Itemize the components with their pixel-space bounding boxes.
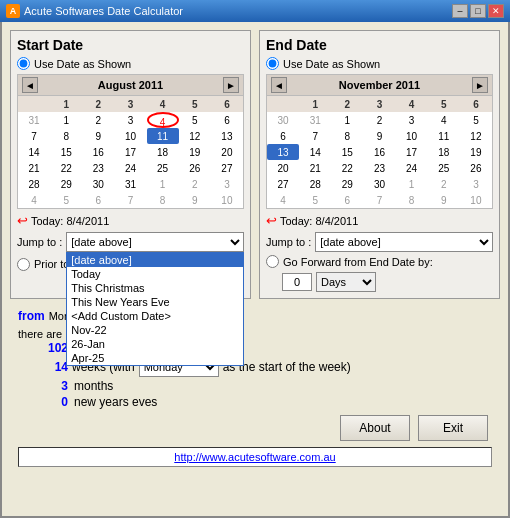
start-cell[interactable]: 23	[82, 160, 114, 176]
start-dropdown-nov22[interactable]: Nov-22	[67, 323, 243, 337]
close-button[interactable]: ✕	[488, 4, 504, 18]
end-cell[interactable]: 27	[267, 176, 299, 192]
start-cell[interactable]: 10	[211, 192, 243, 208]
start-cell[interactable]: 20	[211, 144, 243, 160]
end-cell[interactable]: 7	[363, 192, 395, 208]
start-cell[interactable]: 6	[82, 192, 114, 208]
url-bar[interactable]: http://www.acutesoftware.com.au	[18, 447, 492, 467]
end-next-month-button[interactable]: ►	[472, 77, 488, 93]
end-cell[interactable]: 15	[331, 144, 363, 160]
end-cell[interactable]: 3	[460, 176, 492, 192]
end-cell-13[interactable]: 13	[267, 144, 299, 160]
end-cell[interactable]: 1	[331, 112, 363, 128]
end-use-date-radio[interactable]	[266, 57, 279, 70]
end-cell[interactable]: 6	[331, 192, 363, 208]
end-cell[interactable]: 21	[299, 160, 331, 176]
start-cell[interactable]: 29	[50, 176, 82, 192]
start-cell[interactable]: 6	[211, 112, 243, 128]
end-cell[interactable]: 30	[267, 112, 299, 128]
about-button[interactable]: About	[340, 415, 410, 441]
start-cell[interactable]: 10	[114, 128, 146, 144]
start-cell[interactable]: 4	[18, 192, 50, 208]
end-prev-month-button[interactable]: ◄	[271, 77, 287, 93]
start-jump-select[interactable]: [date above]	[66, 232, 244, 252]
start-cell-4[interactable]: 4	[147, 112, 179, 128]
start-cell[interactable]: 1	[147, 176, 179, 192]
start-cell[interactable]: 27	[211, 160, 243, 176]
start-prior-radio[interactable]	[17, 258, 30, 271]
start-cell[interactable]: 31	[18, 112, 50, 128]
start-cell[interactable]: 5	[50, 192, 82, 208]
start-dropdown-add-custom[interactable]: <Add Custom Date>	[67, 309, 243, 323]
start-cell[interactable]: 26	[179, 160, 211, 176]
start-cell[interactable]: 2	[82, 112, 114, 128]
start-cell[interactable]: 3	[211, 176, 243, 192]
start-cell[interactable]: 31	[114, 176, 146, 192]
end-cell[interactable]: 9	[363, 128, 395, 144]
start-cell[interactable]: 7	[18, 128, 50, 144]
minimize-button[interactable]: –	[452, 4, 468, 18]
end-cell[interactable]: 28	[299, 176, 331, 192]
end-cell[interactable]: 3	[396, 112, 428, 128]
start-cell[interactable]: 15	[50, 144, 82, 160]
start-cell[interactable]: 18	[147, 144, 179, 160]
start-cell[interactable]: 1	[50, 112, 82, 128]
end-cell[interactable]: 30	[363, 176, 395, 192]
start-dropdown-christmas[interactable]: This Christmas	[67, 281, 243, 295]
start-cell[interactable]: 30	[82, 176, 114, 192]
start-cell[interactable]: 25	[147, 160, 179, 176]
start-cell[interactable]: 12	[179, 128, 211, 144]
start-cell[interactable]: 21	[18, 160, 50, 176]
end-cell[interactable]: 17	[396, 144, 428, 160]
end-cell[interactable]: 2	[428, 176, 460, 192]
end-cell[interactable]: 10	[396, 128, 428, 144]
end-cell[interactable]: 10	[460, 192, 492, 208]
end-cell[interactable]: 8	[331, 128, 363, 144]
end-days-input[interactable]	[282, 273, 312, 291]
maximize-button[interactable]: □	[470, 4, 486, 18]
end-cell[interactable]: 11	[428, 128, 460, 144]
end-cell[interactable]: 29	[331, 176, 363, 192]
start-cell[interactable]: 9	[179, 192, 211, 208]
end-cell[interactable]: 6	[267, 128, 299, 144]
end-cell[interactable]: 5	[299, 192, 331, 208]
start-cell[interactable]: 16	[82, 144, 114, 160]
end-cell[interactable]: 4	[428, 112, 460, 128]
end-go-forward-radio[interactable]	[266, 255, 279, 268]
end-cell[interactable]: 14	[299, 144, 331, 160]
end-today-icon[interactable]: ↩	[266, 213, 277, 228]
start-cell[interactable]: 3	[114, 112, 146, 128]
start-cell[interactable]: 7	[114, 192, 146, 208]
start-use-date-radio[interactable]	[17, 57, 30, 70]
end-cell[interactable]: 25	[428, 160, 460, 176]
start-cell[interactable]: 8	[50, 128, 82, 144]
end-cell[interactable]: 12	[460, 128, 492, 144]
start-cell[interactable]: 13	[211, 128, 243, 144]
start-dropdown-date-above[interactable]: [date above]	[67, 253, 243, 267]
start-cell[interactable]: 14	[18, 144, 50, 160]
end-days-select[interactable]: Days Weeks Months Years	[316, 272, 376, 292]
start-cell-11[interactable]: 11	[147, 128, 179, 144]
start-cell[interactable]: 2	[179, 176, 211, 192]
end-cell[interactable]: 1	[396, 176, 428, 192]
start-dropdown-nye[interactable]: This New Years Eve	[67, 295, 243, 309]
end-cell[interactable]: 23	[363, 160, 395, 176]
end-cell[interactable]: 2	[363, 112, 395, 128]
end-cell[interactable]: 24	[396, 160, 428, 176]
start-cell[interactable]: 28	[18, 176, 50, 192]
end-cell[interactable]: 19	[460, 144, 492, 160]
start-dropdown-26jan[interactable]: 26-Jan	[67, 337, 243, 351]
end-cell[interactable]: 8	[396, 192, 428, 208]
end-cell[interactable]: 9	[428, 192, 460, 208]
end-cell[interactable]: 7	[299, 128, 331, 144]
start-next-month-button[interactable]: ►	[223, 77, 239, 93]
start-cell[interactable]: 19	[179, 144, 211, 160]
end-jump-select[interactable]: [date above]	[315, 232, 493, 252]
start-prev-month-button[interactable]: ◄	[22, 77, 38, 93]
start-cell[interactable]: 24	[114, 160, 146, 176]
end-cell[interactable]: 4	[267, 192, 299, 208]
start-dropdown-apr25[interactable]: Apr-25	[67, 351, 243, 365]
start-cell[interactable]: 17	[114, 144, 146, 160]
end-cell[interactable]: 5	[460, 112, 492, 128]
start-today-icon[interactable]: ↩	[17, 213, 28, 228]
